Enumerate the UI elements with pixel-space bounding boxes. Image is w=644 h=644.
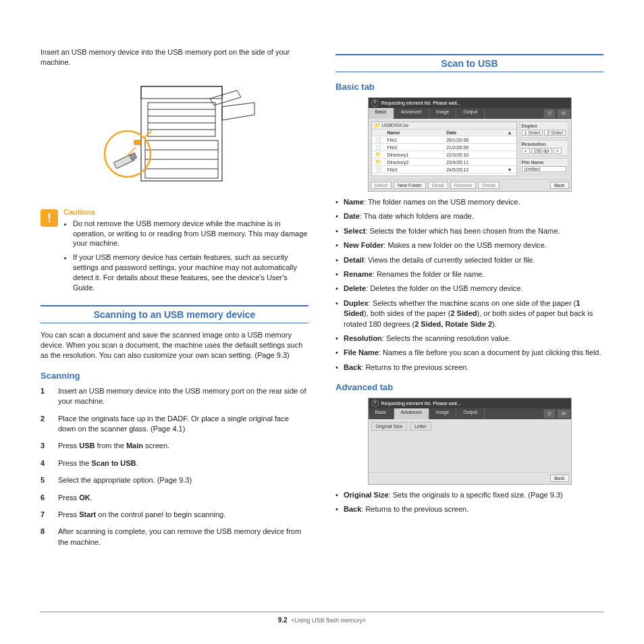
folder-icon: 📁 <box>372 159 385 166</box>
toolbar-icon[interactable]: ✉ <box>557 109 570 118</box>
table-row[interactable]: 📄File120/1/20:08 <box>372 136 516 144</box>
toolbar-icon[interactable]: ✉ <box>557 409 570 419</box>
scanning-heading: Scanning <box>41 371 308 381</box>
duplex-option[interactable]: 1 Sided <box>522 130 543 136</box>
filename-label: File Name <box>522 160 566 165</box>
table-row[interactable]: 📄File324/5/20:12▼ <box>372 166 516 173</box>
advanced-tab-screenshot: ?Requesting element list. Please wait...… <box>368 398 572 485</box>
table-row[interactable]: 📁Directory122/3/20:10 <box>372 151 516 159</box>
tab-basic[interactable]: Basic <box>369 408 394 419</box>
basic-tab-definition-list: Name: The folder names on the USB memory… <box>336 197 603 373</box>
back-button[interactable]: Back <box>550 475 569 482</box>
duplex-option[interactable]: 2 Sided <box>544 130 566 136</box>
caution-icon: ! <box>41 209 58 227</box>
original-size-button[interactable]: Original Size <box>371 422 408 431</box>
filename-field[interactable]: Untitled <box>522 166 566 172</box>
step-text: Press Start on the control panel to begi… <box>58 510 225 520</box>
svg-rect-0 <box>141 86 222 181</box>
cautions-title: Cautions <box>63 208 308 216</box>
tab-image[interactable]: Image <box>429 408 456 419</box>
step-text: Press USB from the Main screen. <box>58 441 169 451</box>
svg-rect-15 <box>134 140 141 144</box>
step-text: Press OK. <box>58 493 92 503</box>
new-folder-button[interactable]: New Folder <box>394 182 426 189</box>
intro-text: Insert an USB memory device into the USB… <box>41 47 308 68</box>
printer-diagram <box>87 73 263 201</box>
section-heading-scan-to-usb-device: Scanning to an USB memory device <box>41 305 308 323</box>
help-icon[interactable]: ? <box>371 400 379 407</box>
section-heading-scan-to-usb: Scan to USB <box>336 54 603 72</box>
caution-item: Do not remove the USB memory device whil… <box>73 219 308 249</box>
toolbar-icon[interactable]: ⎙ <box>543 109 556 118</box>
advanced-tab-heading: Advanced tab <box>336 382 603 392</box>
scanning-steps: 1Insert an USB memory device into the US… <box>41 386 308 547</box>
original-size-value[interactable]: Letter <box>410 422 431 431</box>
caution-item: If your USB memory device has certain fe… <box>73 252 308 292</box>
page-number: 9.2 <box>278 616 288 624</box>
select-button[interactable]: Select <box>371 182 392 189</box>
chapter-label: <Using USB flash memory> <box>291 617 366 624</box>
svg-point-11 <box>105 131 151 177</box>
step-text: Insert an USB memory device into the USB… <box>58 386 308 407</box>
section-intro: You can scan a document and save the sca… <box>41 330 308 361</box>
file-icon: 📄 <box>372 136 385 144</box>
tab-image[interactable]: Image <box>429 108 456 119</box>
delete-button[interactable]: Delete <box>478 182 500 189</box>
tab-basic[interactable]: Basic <box>369 108 394 119</box>
step-text: After scanning is complete, you can remo… <box>58 527 308 547</box>
caution-list: Do not remove the USB memory device whil… <box>63 219 308 293</box>
tab-advanced[interactable]: Advanced <box>394 108 429 119</box>
arrow-right-icon[interactable]: > <box>554 148 562 154</box>
table-row[interactable]: 📄File221/2/20:09 <box>372 144 516 151</box>
basic-tab-heading: Basic tab <box>336 82 603 92</box>
duplex-label: Duplex <box>522 124 566 128</box>
detail-button[interactable]: Detail <box>428 182 448 189</box>
step-text: Select the appropriate option. (Page 9.3… <box>58 475 192 485</box>
resolution-label: Resolution <box>522 142 566 146</box>
step-text: Place the originals face up in the DADF.… <box>58 414 308 435</box>
back-button[interactable]: Back <box>550 182 569 189</box>
toolbar-icon[interactable]: ⎙ <box>543 409 556 419</box>
resolution-value: 100 dpi <box>531 148 552 154</box>
page-footer: 9.2 <Using USB flash memory> <box>41 612 603 624</box>
file-icon: 📄 <box>372 144 385 151</box>
table-row[interactable]: 📁Directory223/4/20:11 <box>372 159 516 166</box>
basic-tab-screenshot: ?Requesting element list. Please wait...… <box>368 97 572 192</box>
tab-output[interactable]: Output <box>456 108 485 119</box>
arrow-left-icon[interactable]: < <box>522 148 530 154</box>
rename-button[interactable]: Rename <box>450 182 476 189</box>
help-icon[interactable]: ? <box>371 99 379 107</box>
folder-icon: 📁 <box>372 151 385 159</box>
advanced-tab-definition-list: Original Size: Sets the originals to a s… <box>336 490 603 515</box>
tab-advanced[interactable]: Advanced <box>394 408 429 419</box>
tab-output[interactable]: Output <box>456 408 485 419</box>
svg-rect-1 <box>141 86 222 99</box>
step-text: Press the Scan to USB. <box>58 458 138 468</box>
svg-rect-2 <box>148 103 215 136</box>
file-icon: 📄 <box>372 166 385 173</box>
